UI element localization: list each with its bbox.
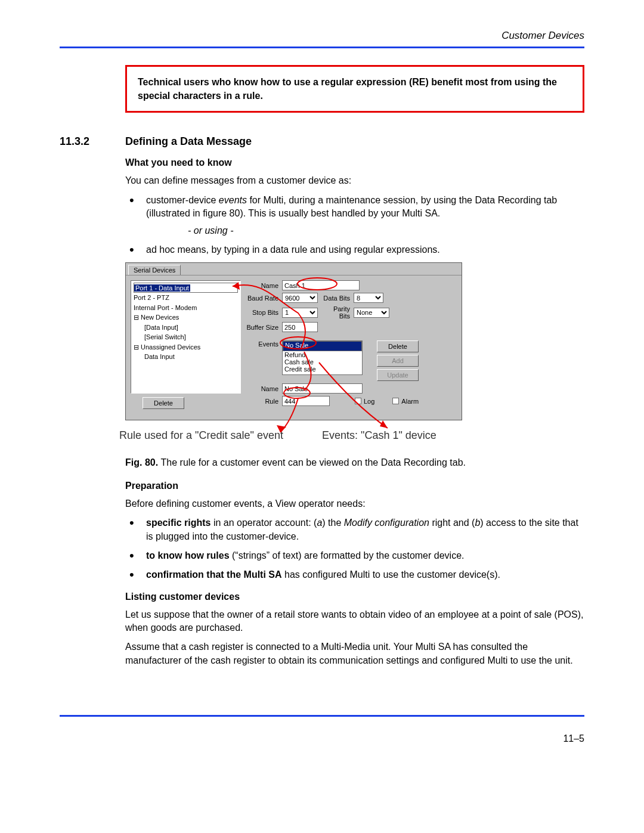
prep-bullet-rights: specific rights in an operator account: …	[146, 516, 584, 543]
bullet-events: customer-device events for Multi, during…	[146, 194, 584, 237]
txt: customer-device	[146, 195, 219, 205]
name2-label: Name	[246, 385, 278, 392]
tree-serialswitch[interactable]: [Serial Switch]	[134, 332, 238, 342]
device-tree[interactable]: Port 1 - Data Input Port 2 - PTZ Interna…	[131, 280, 241, 394]
stopbits-select[interactable]: 1	[282, 308, 318, 318]
serial-devices-dialog: Serial Devices Port 1 - Data Input Port …	[125, 262, 462, 420]
prep-bullet-rules: to know how rules (“strings” of text) ar…	[146, 549, 584, 562]
baud-label: Baud Rate	[246, 295, 278, 302]
txt-em: events	[219, 195, 247, 205]
parity-label: Parity Bits	[321, 305, 350, 320]
subhead-listing: Listing customer devices	[125, 592, 584, 602]
baud-select[interactable]: 9600	[282, 293, 318, 303]
rule-label: Rule	[246, 398, 278, 405]
databits-label: Data Bits	[321, 295, 350, 302]
tree-port2[interactable]: Port 2 - PTZ	[134, 293, 238, 303]
buffer-label: Buffer Size	[246, 324, 278, 331]
tree-newdevices[interactable]: ⊟ New Devices	[134, 312, 238, 323]
callout-rule: Rule used for a "Credit sale" event	[119, 429, 283, 442]
parity-select[interactable]: None	[354, 308, 389, 318]
section-title: Defining a Data Message	[125, 135, 252, 148]
name-label: Name	[246, 282, 278, 289]
events-update-button[interactable]: Update	[377, 369, 419, 381]
page-header: Customer Devices	[60, 30, 584, 42]
name-input[interactable]	[282, 280, 360, 290]
event-opt-refund[interactable]: Refund	[283, 351, 362, 358]
listing-p2: Assume that a cash register is connected…	[125, 640, 584, 667]
name2-input[interactable]	[282, 383, 363, 394]
events-add-button[interactable]: Add	[377, 355, 419, 367]
tree-datainput[interactable]: [Data Input]	[134, 323, 238, 333]
note-box: Technical users who know how to use a re…	[125, 65, 584, 113]
figure-dialog: Serial Devices Port 1 - Data Input Port …	[125, 262, 584, 420]
event-opt-cashsale[interactable]: Cash sale	[283, 358, 362, 366]
databits-select[interactable]: 8	[354, 293, 383, 303]
event-opt-nosale[interactable]: No Sale	[283, 341, 362, 351]
listing-p1: Let us suppose that the owner of a retai…	[125, 608, 584, 635]
tree-unassigned-child[interactable]: Data Input	[134, 352, 238, 362]
subhead-preparation: Preparation	[125, 481, 584, 491]
section-number: 11.3.2	[60, 135, 125, 148]
prep-bullet-confirmation: confirmation that the Multi SA has confi…	[146, 568, 584, 581]
header-rule	[60, 47, 584, 48]
event-opt-creditsale[interactable]: Credit sale	[283, 366, 362, 373]
rule-input[interactable]	[282, 396, 330, 406]
bullet-adhoc: ad hoc means, by typing in a data rule a…	[146, 243, 584, 256]
stopbits-label: Stop Bits	[246, 309, 278, 316]
events-label: Events	[246, 340, 278, 348]
alarm-checkbox[interactable]: Alarm	[392, 398, 419, 405]
note-text: Technical users who know how to use a re…	[138, 75, 572, 103]
buffer-input[interactable]	[282, 322, 318, 332]
log-checkbox[interactable]: Log	[355, 398, 374, 405]
tree-delete-button[interactable]: Delete	[143, 397, 184, 409]
tree-unassigned[interactable]: ⊟ Unassigned Devices	[134, 342, 238, 352]
tree-port1[interactable]: Port 1 - Data Input	[134, 283, 238, 293]
figure-caption: Fig. 80. The rule for a customer event c…	[125, 456, 584, 469]
or-using: - or using -	[146, 224, 584, 237]
tree-internal[interactable]: Internal Port - Modem	[134, 303, 238, 313]
events-delete-button[interactable]: Delete	[377, 340, 419, 352]
subhead-what-you-need: What you need to know	[125, 157, 584, 168]
tab-serial-devices[interactable]: Serial Devices	[128, 265, 181, 275]
fig-label: Fig. 80.	[125, 457, 161, 467]
tab-strip: Serial Devices	[126, 263, 462, 275]
intro-para: You can define messages from a customer …	[125, 174, 584, 187]
events-listbox[interactable]: No Sale Refund Cash sale Credit sale	[282, 340, 363, 375]
callout-events: Events: "Cash 1" device	[322, 429, 436, 442]
page-number: 11–5	[60, 733, 584, 744]
footer-rule	[60, 715, 584, 717]
prep-intro: Before defining customer events, a View …	[125, 497, 584, 510]
fig-text: The rule for a customer event can be vie…	[161, 457, 466, 467]
